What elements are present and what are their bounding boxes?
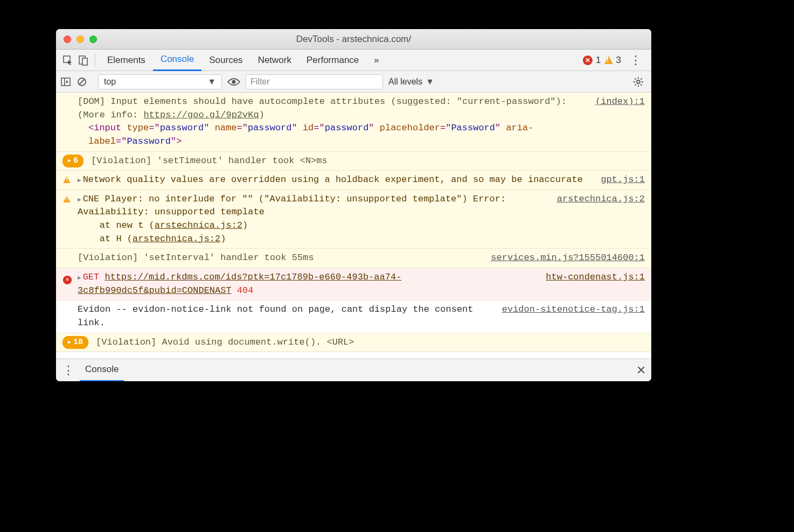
log-row-error[interactable]: ✕ GET https://mid.rkdms.com/ids?ptk=17c1… <box>56 268 651 300</box>
svg-line-15 <box>635 84 636 85</box>
link[interactable]: arstechnica.js:2 <box>133 234 220 244</box>
log-row-verbose[interactable]: 6 [Violation] 'setTimeout' handler took … <box>56 152 651 171</box>
tab-elements[interactable]: Elements <box>100 50 153 71</box>
link[interactable]: https://goo.gl/9p2vKq <box>143 110 259 120</box>
close-drawer-icon[interactable]: ✕ <box>636 363 646 377</box>
drawer-menu-icon[interactable]: ⋮ <box>62 363 74 377</box>
separator <box>95 54 95 67</box>
source-link[interactable]: evidon-sitenotice-tag.js:1 <box>502 303 645 330</box>
error-icon: ✕ <box>583 55 593 65</box>
tab-sources[interactable]: Sources <box>201 50 250 71</box>
log-row-verbose[interactable]: [Violation] 'setInterval' handler took 5… <box>56 249 651 268</box>
warning-icon <box>62 175 71 188</box>
context-selector[interactable]: top ▼ <box>98 74 222 89</box>
html-snippet: <input type="password" name="password" i… <box>88 122 589 148</box>
drawer: ⋮ Console ✕ <box>56 359 651 381</box>
svg-rect-2 <box>82 58 87 65</box>
error-count: 1 <box>596 55 601 66</box>
log-row-verbose[interactable]: [DOM] Input elements should have autocom… <box>56 93 651 152</box>
log-text: Evidon -- evidon-notice-link not found o… <box>78 303 502 330</box>
tab-console[interactable]: Console <box>153 50 201 71</box>
warning-icon <box>604 56 613 64</box>
warning-icon <box>62 194 71 208</box>
log-row-warning[interactable]: CNE Player: no interlude for "" ("Availa… <box>56 190 651 249</box>
window-title: DevTools - arstechnica.com/ <box>56 34 651 45</box>
filter-input[interactable]: Filter <box>246 74 383 89</box>
chevron-down-icon: ▼ <box>426 77 434 87</box>
svg-line-13 <box>635 78 636 79</box>
source-link[interactable]: gpt.js:1 <box>601 173 645 187</box>
svg-point-8 <box>637 80 640 83</box>
console-settings-icon[interactable] <box>633 76 644 87</box>
source-link[interactable]: services.min.js?1555014600:1 <box>491 251 645 265</box>
live-expression-icon[interactable] <box>227 77 240 87</box>
log-text: GET <box>83 272 100 282</box>
error-icon: ✕ <box>62 272 72 286</box>
log-text: CNE Player: no interlude for "" ("Availa… <box>78 194 506 218</box>
log-row-info[interactable]: Evidon -- evidon-notice-link not found o… <box>56 300 651 333</box>
tab-network[interactable]: Network <box>250 50 299 71</box>
source-link[interactable]: arstechnica.js:2 <box>557 193 645 246</box>
tab-performance[interactable]: Performance <box>299 50 366 71</box>
filter-placeholder: Filter <box>250 77 270 87</box>
log-text: Network quality values are overridden us… <box>83 174 583 185</box>
devtools-window: DevTools - arstechnica.com/ Elements Con… <box>56 29 651 381</box>
settings-menu-icon[interactable]: ⋮ <box>630 53 642 67</box>
console-log-area: [DOM] Input elements should have autocom… <box>56 93 651 359</box>
status-counts[interactable]: ✕ 1 3 <box>583 55 621 66</box>
clear-console-icon[interactable] <box>76 76 87 87</box>
disclosure-icon[interactable] <box>78 173 81 187</box>
log-row-warning[interactable]: Network quality values are overridden us… <box>56 171 651 190</box>
log-row-verbose[interactable]: 18 [Violation] Avoid using document.writ… <box>56 333 651 353</box>
log-text: ) <box>259 110 264 120</box>
drawer-tab-console[interactable]: Console <box>80 359 124 382</box>
source-link[interactable]: (index):1 <box>595 95 645 149</box>
level-value: All levels <box>388 77 422 87</box>
repeat-count-pill[interactable]: 6 <box>62 155 83 168</box>
sidebar-toggle-icon[interactable] <box>60 76 71 87</box>
svg-line-14 <box>640 84 642 85</box>
level-selector[interactable]: All levels ▼ <box>388 77 434 87</box>
svg-rect-3 <box>61 78 70 86</box>
warning-count: 3 <box>616 55 621 66</box>
console-toolbar: top ▼ Filter All levels ▼ <box>56 71 651 93</box>
status-code: 404 <box>237 285 254 296</box>
disclosure-icon[interactable] <box>78 271 81 284</box>
spacer <box>56 352 651 359</box>
inspect-element-icon[interactable] <box>60 53 75 68</box>
tab-more[interactable]: » <box>366 50 386 71</box>
svg-line-6 <box>79 79 85 85</box>
titlebar: DevTools - arstechnica.com/ <box>56 29 651 50</box>
context-value: top <box>104 77 116 87</box>
link[interactable]: arstechnica.js:2 <box>155 220 242 230</box>
source-link[interactable]: htw-condenast.js:1 <box>546 271 645 297</box>
svg-line-16 <box>640 78 642 79</box>
device-toolbar-icon[interactable] <box>75 53 90 68</box>
disclosure-icon[interactable] <box>78 193 81 206</box>
chevron-down-icon: ▼ <box>207 77 216 87</box>
log-text: [Violation] 'setTimeout' handler took <N… <box>91 155 645 168</box>
panel-tabbar: Elements Console Sources Network Perform… <box>56 50 651 71</box>
repeat-count-pill[interactable]: 18 <box>62 336 88 349</box>
log-text: [Violation] Avoid using document.write()… <box>96 336 645 349</box>
svg-point-7 <box>232 80 236 83</box>
log-text: [Violation] 'setInterval' handler took 5… <box>78 251 491 265</box>
